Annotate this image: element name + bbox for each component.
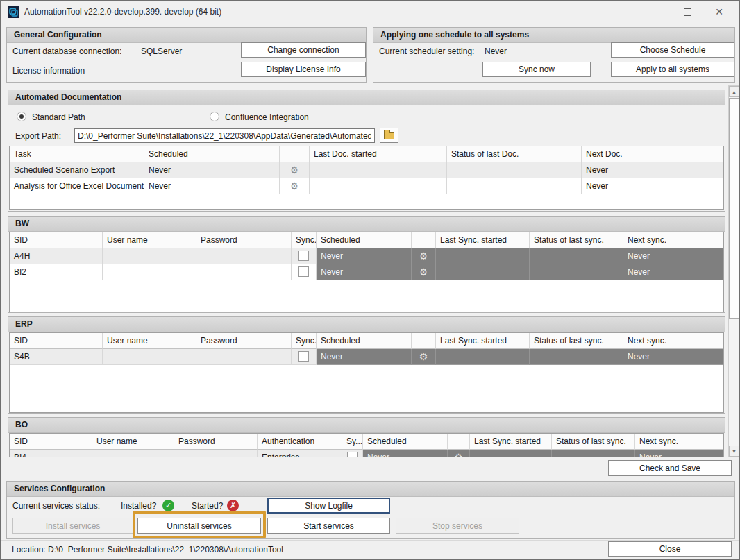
schedule-gear-button[interactable]: ⚙ [412,264,436,280]
col-task: Task [10,146,144,162]
col-next-sync: Next sync. [623,333,723,349]
gear-icon: ⚙ [454,450,463,457]
check-icon: ✓ [165,501,171,510]
chevron-up-icon: ▲ [732,90,737,94]
schedule-gear-button[interactable]: ⚙ [280,178,310,194]
schedule-gear-button[interactable]: ⚙ [280,162,310,178]
scheduler-setting-label: Current scheduler setting: [379,46,474,56]
col-status-sync: Status of last sync. [552,434,635,450]
app-window: AutomationTool v22.2.0-develop.399. deve… [0,0,740,560]
col-status-doc: Status of last Doc. [447,146,582,162]
location-text: Location: D:\0_Performer Suite\Installat… [12,545,283,554]
erp-group: ERP SID User name Password Sync. Schedul… [8,316,725,414]
choose-schedule-button[interactable]: Choose Schedule [611,42,734,58]
schedule-gear-button[interactable]: ⚙ [448,450,470,457]
password-cell[interactable] [174,450,258,457]
table-row: A4H Never ⚙ Never [10,248,723,264]
scrollbar-thumb[interactable] [729,98,739,319]
scheduled-cell: Never [144,162,280,178]
check-and-save-button[interactable]: Check and Save [608,460,732,476]
col-gear [448,434,470,450]
task-cell: Analysis for Office Excel Documenta... [10,178,144,194]
db-connection-label: Current database connection: [12,46,121,56]
scheduled-cell: Never [363,450,448,457]
user-cell[interactable] [103,248,196,264]
last-sync-cell [436,264,530,280]
col-password: Password [174,434,258,450]
next-sync-cell: Never [623,264,723,280]
col-password: Password [196,232,292,248]
browse-folder-button[interactable] [380,128,398,143]
scheduled-cell: Never [317,349,412,365]
col-last-sync: Last Sync. started [436,333,530,349]
authentication-cell[interactable]: Enterprise [258,450,342,457]
sync-checkbox[interactable] [298,351,309,362]
gear-icon: ⚙ [419,264,428,280]
sid-cell: S4B [10,349,103,365]
schedule-gear-button[interactable]: ⚙ [412,349,436,365]
password-cell[interactable] [196,264,292,280]
bo-title: BO [8,418,725,433]
bw-group: BW SID User name Password Sync. Schedule… [8,216,725,313]
password-cell[interactable] [196,349,292,365]
status-sync-cell [530,248,623,264]
bo-table: SID User name Password Authentication Sy… [9,433,724,457]
close-button[interactable]: Close [608,541,732,557]
vertical-scrollbar[interactable]: ▲ ▼ [728,85,740,457]
confluence-integration-radio[interactable] [210,112,219,121]
gear-icon: ⚙ [290,162,299,178]
gear-icon: ⚙ [419,248,428,264]
col-user: User name [103,333,196,349]
user-cell[interactable] [103,264,196,280]
apply-to-all-systems-button[interactable]: Apply to all systems [611,62,734,77]
export-path-input[interactable] [74,128,375,143]
standard-path-label: Standard Path [32,112,85,122]
next-sync-cell: Never [635,450,723,457]
scroll-up-button[interactable]: ▲ [729,86,739,97]
sync-checkbox-cell [292,264,317,280]
maximize-icon [684,8,691,16]
title-bar: AutomationTool v22.2.0-develop.399. deve… [1,1,739,23]
user-cell[interactable] [92,450,174,457]
user-cell[interactable] [103,349,196,365]
minimize-button[interactable] [639,1,671,23]
table-row: Analysis for Office Excel Documenta... N… [10,178,723,194]
scroll-down-button[interactable]: ▼ [729,446,739,457]
gear-icon: ⚙ [419,349,428,364]
app-icon [8,6,19,18]
display-license-info-button[interactable]: Display License Info [241,62,366,77]
automated-documentation-group: Automated Documentation Standard Path Co… [8,90,725,212]
task-cell: Scheduled Scenario Export [10,162,144,178]
status-sync-cell [552,450,635,457]
sync-checkbox[interactable] [298,251,309,261]
close-window-button[interactable]: ✕ [703,1,735,23]
schedule-gear-button[interactable]: ⚙ [412,248,436,264]
apply-schedule-title: Applying one schedule to all systems [373,28,734,43]
col-scheduled: Scheduled [317,232,412,248]
change-connection-button[interactable]: Change connection [241,42,366,58]
status-doc-cell [447,162,582,178]
installed-label: Installed? [121,501,156,511]
sync-now-button[interactable]: Sync now [482,62,591,77]
password-cell[interactable] [196,248,292,264]
next-sync-cell: Never [623,349,723,365]
col-next-sync: Next sync. [623,232,723,248]
scheduler-setting-value: Never [485,46,507,56]
services-status-label: Current services status: [12,501,100,511]
show-logfile-button[interactable]: Show Logfile [267,498,390,514]
sync-checkbox[interactable] [298,266,309,277]
chevron-down-icon: ▼ [732,449,737,454]
col-gear [280,146,310,162]
uninstall-services-button[interactable]: Uninstall services [137,518,261,534]
col-last-sync: Last Sync. started [436,232,530,248]
col-scheduled: Scheduled [363,434,448,450]
standard-path-radio[interactable] [17,112,26,121]
start-services-button[interactable]: Start services [267,518,390,534]
maximize-button[interactable] [671,1,703,23]
bw-table: SID User name Password Sync. Scheduled L… [9,232,724,312]
bo-group: BO SID User name Password Authentication… [8,417,725,457]
minimize-icon [652,12,659,12]
footer-divider [1,540,739,541]
sync-checkbox[interactable] [347,452,358,457]
table-row: BI2 Never ⚙ Never [10,264,723,280]
